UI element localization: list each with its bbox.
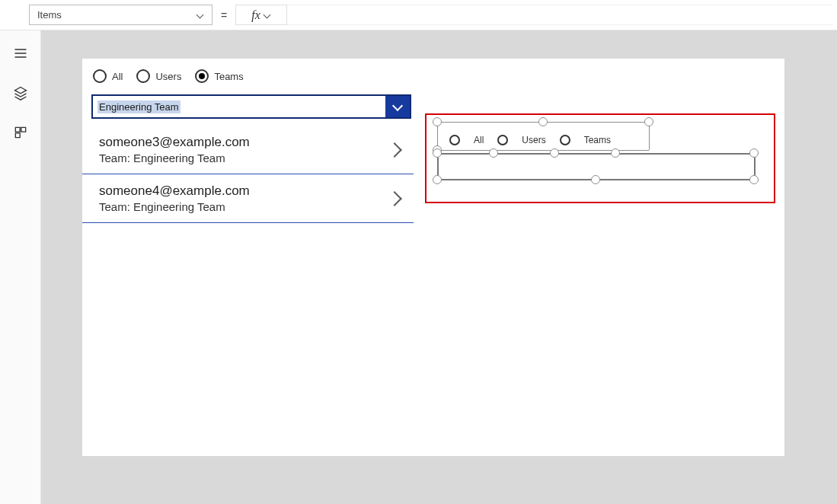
radio-label: Teams bbox=[584, 135, 611, 145]
canvas-area[interactable]: All Users Teams Engineering Team bbox=[41, 30, 837, 504]
radio-users[interactable]: Users bbox=[136, 69, 181, 83]
radio-icon bbox=[497, 135, 508, 145]
chevron-down-icon bbox=[196, 11, 204, 19]
radio-label: Users bbox=[155, 71, 181, 82]
list-item[interactable]: someone4@example.com Team: Engineering T… bbox=[82, 174, 414, 223]
radio-label: Users bbox=[522, 135, 545, 145]
resize-handle[interactable] bbox=[538, 117, 548, 126]
results-list: someone3@example.com Team: Engineering T… bbox=[82, 126, 414, 223]
radio-teams[interactable]: Teams bbox=[195, 69, 243, 83]
resize-handle[interactable] bbox=[591, 175, 600, 184]
formula-bar: Items = fx bbox=[0, 0, 837, 30]
layers-icon[interactable] bbox=[13, 85, 28, 100]
fx-icon: fx bbox=[251, 8, 260, 22]
chevron-down-icon bbox=[264, 11, 271, 19]
resize-handle[interactable] bbox=[749, 148, 759, 158]
fx-button[interactable]: fx bbox=[235, 5, 287, 25]
resize-handle[interactable] bbox=[433, 175, 442, 184]
list-item-subtitle: Team: Engineering Team bbox=[99, 152, 250, 164]
radio-icon bbox=[195, 69, 209, 83]
chevron-down-icon[interactable] bbox=[385, 96, 410, 117]
radio-icon bbox=[93, 69, 107, 83]
radio-icon bbox=[136, 69, 150, 83]
resize-handle[interactable] bbox=[644, 117, 653, 126]
resize-handle[interactable] bbox=[433, 148, 442, 158]
design-radio-group[interactable]: All Users Teams bbox=[449, 135, 611, 145]
components-icon[interactable] bbox=[13, 125, 28, 140]
list-item-title: someone4@example.com bbox=[99, 183, 250, 199]
resize-handle[interactable] bbox=[550, 148, 559, 158]
resize-handle[interactable] bbox=[611, 148, 620, 158]
team-combobox[interactable]: Engineering Team bbox=[91, 94, 411, 119]
formula-input[interactable] bbox=[287, 5, 832, 25]
equals-label: = bbox=[212, 0, 235, 30]
list-item-title: someone3@example.com bbox=[99, 135, 250, 150]
radio-label: All bbox=[474, 135, 484, 145]
property-label: Items bbox=[37, 9, 62, 21]
app-screen: All Users Teams Engineering Team bbox=[82, 59, 784, 456]
radio-label: Teams bbox=[214, 71, 243, 82]
workspace: All Users Teams Engineering Team bbox=[0, 30, 837, 504]
list-item[interactable]: someone3@example.com Team: Engineering T… bbox=[82, 126, 414, 174]
filter-radio-group: All Users Teams bbox=[93, 69, 244, 83]
selection-highlight bbox=[425, 113, 775, 203]
resize-handle[interactable] bbox=[749, 175, 759, 184]
selection-edge bbox=[437, 153, 754, 155]
list-item-subtitle: Team: Engineering Team bbox=[99, 200, 250, 213]
resize-handle[interactable] bbox=[433, 117, 442, 126]
combobox-value: Engineering Team bbox=[93, 96, 385, 117]
resize-handle[interactable] bbox=[489, 148, 498, 158]
left-rail bbox=[0, 30, 41, 504]
radio-label: All bbox=[112, 71, 123, 82]
radio-icon bbox=[560, 135, 570, 145]
chevron-right-icon bbox=[387, 191, 402, 206]
menu-icon[interactable] bbox=[13, 46, 28, 61]
radio-all[interactable]: All bbox=[93, 69, 123, 83]
property-dropdown[interactable]: Items bbox=[29, 5, 212, 25]
chevron-right-icon bbox=[387, 142, 402, 158]
radio-icon bbox=[449, 135, 460, 145]
